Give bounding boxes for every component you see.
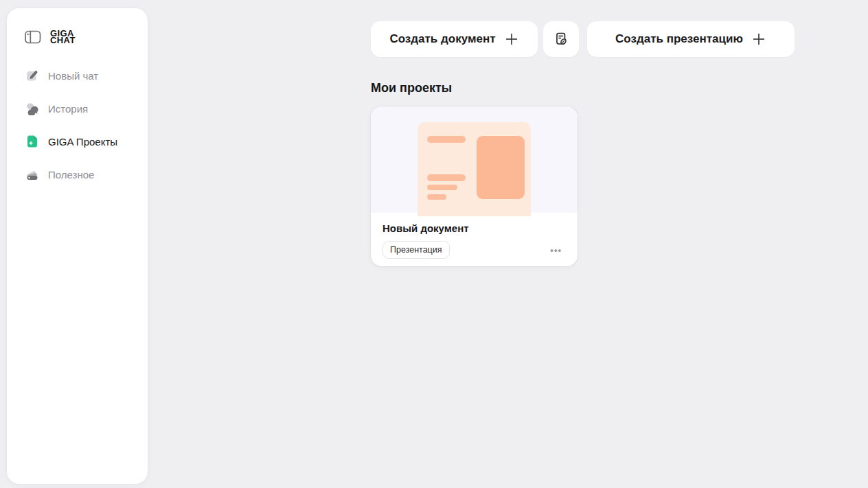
giga-projects-file-icon <box>25 135 39 148</box>
compose-icon <box>25 69 39 82</box>
document-paperclip-icon <box>553 31 569 47</box>
projects-section-title: Мои проекты <box>371 81 452 95</box>
sidebar-item-label: История <box>48 103 88 115</box>
preview-bar <box>427 185 457 190</box>
preview-image-block <box>477 136 525 199</box>
project-thumbnail <box>371 106 578 213</box>
project-type-badge: Презентация <box>382 241 450 259</box>
collapse-sidebar-icon[interactable] <box>25 30 41 44</box>
sidebar-item-giga-projects[interactable]: GIGA Проекты <box>7 125 148 158</box>
document-paperclip-button[interactable] <box>543 21 579 57</box>
project-card-body: Новый документ Презентация ••• <box>371 213 578 259</box>
project-meta-row: Презентация ••• <box>382 241 566 259</box>
preview-bar <box>427 174 466 181</box>
sidebar: GIGA CHAT Новый чат История <box>7 8 148 484</box>
create-presentation-label: Создать презентацию <box>615 32 743 46</box>
create-presentation-button[interactable]: Создать презентацию <box>587 21 795 57</box>
document-preview-illustration <box>418 122 531 216</box>
sidebar-item-label: GIGA Проекты <box>48 136 117 148</box>
gigachat-logo: GIGA CHAT <box>50 30 76 44</box>
plus-icon <box>751 32 766 47</box>
sidebar-item-history[interactable]: История <box>7 92 148 125</box>
logo-line-2: CHAT <box>50 37 76 45</box>
more-options-icon[interactable]: ••• <box>546 242 566 258</box>
preview-bar <box>427 136 466 143</box>
create-document-label: Создать документ <box>389 32 495 46</box>
history-chat-icon <box>25 102 39 115</box>
useful-fan-icon <box>25 167 39 181</box>
project-card[interactable]: Новый документ Презентация ••• <box>371 106 578 266</box>
sidebar-header: GIGA CHAT <box>7 25 148 49</box>
create-document-button[interactable]: Создать документ <box>371 21 538 57</box>
sidebar-item-useful[interactable]: Полезное <box>7 158 148 191</box>
sidebar-item-label: Полезное <box>48 169 94 181</box>
plus-icon <box>504 32 519 47</box>
preview-bar <box>427 194 446 200</box>
project-title: Новый документ <box>382 222 566 234</box>
sidebar-item-new-chat[interactable]: Новый чат <box>7 59 148 92</box>
sidebar-item-label: Новый чат <box>48 70 98 82</box>
